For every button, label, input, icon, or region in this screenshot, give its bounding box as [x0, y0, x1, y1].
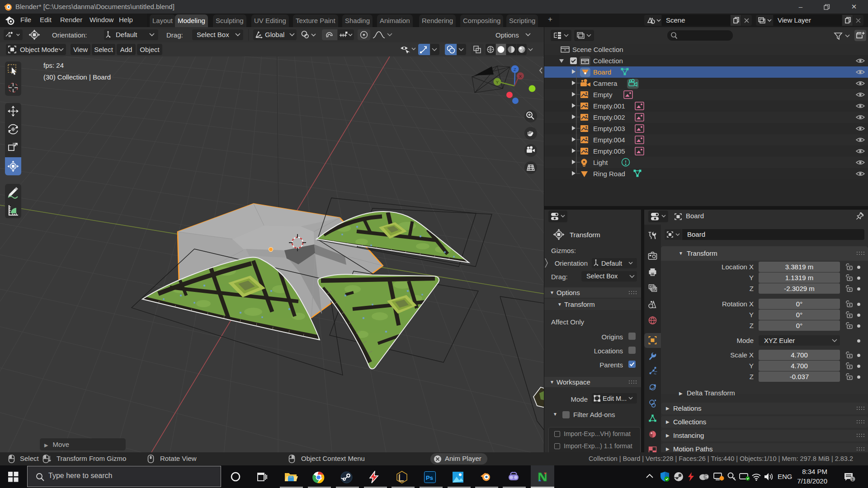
- svg-text:Empty.001: Empty.001: [593, 102, 625, 110]
- svg-text:Default: Default: [601, 260, 622, 267]
- svg-text:Empty.005: Empty.005: [593, 147, 625, 155]
- svg-text:Object Mode: Object Mode: [20, 46, 58, 53]
- svg-text:X: X: [519, 74, 522, 79]
- svg-text:Ps: Ps: [426, 474, 433, 481]
- svg-text:Empty.004: Empty.004: [593, 136, 625, 144]
- svg-text:Light: Light: [593, 159, 608, 166]
- svg-text:Y: Y: [496, 80, 499, 84]
- svg-text:Empty: Empty: [593, 91, 613, 99]
- svg-text:Global: Global: [265, 31, 284, 38]
- svg-text:Collection: Collection: [593, 57, 623, 65]
- svg-text:Scene Collection: Scene Collection: [572, 46, 623, 53]
- svg-text:Camera: Camera: [593, 80, 618, 87]
- svg-text:1: 1: [851, 477, 854, 482]
- svg-text:Ring Road: Ring Road: [593, 170, 625, 178]
- svg-text:Empty.003: Empty.003: [593, 125, 625, 132]
- svg-text:Edit M...: Edit M...: [603, 395, 627, 402]
- svg-text:Board: Board: [593, 68, 611, 76]
- svg-text:Empty.002: Empty.002: [593, 113, 625, 121]
- svg-text:Z: Z: [514, 67, 516, 72]
- svg-text:Default: Default: [116, 31, 137, 38]
